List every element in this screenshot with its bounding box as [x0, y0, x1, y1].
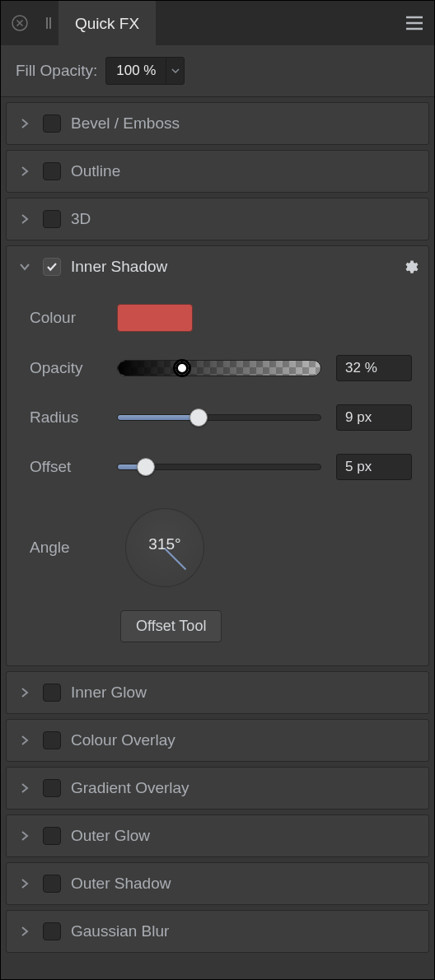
section-header[interactable]: Bevel / Emboss — [7, 103, 428, 144]
fill-opacity-label: Fill Opacity: — [16, 62, 97, 80]
checkbox[interactable] — [43, 684, 61, 702]
section-header[interactable]: Inner Shadow — [7, 246, 428, 287]
chevron-right-icon[interactable] — [16, 875, 33, 892]
chevron-right-icon[interactable] — [16, 828, 33, 844]
chevron-right-icon[interactable] — [16, 115, 33, 132]
chevron-right-icon[interactable] — [16, 211, 33, 227]
section-outer-shadow: Outer Shadow — [6, 862, 429, 905]
checkbox[interactable] — [43, 827, 61, 845]
chevron-right-icon[interactable] — [16, 684, 33, 701]
tab-label: Quick FX — [75, 15, 139, 33]
opacity-value[interactable]: 32 % — [336, 355, 412, 381]
section-header[interactable]: Inner Glow — [7, 672, 428, 713]
section-title: Outline — [71, 162, 120, 180]
colour-label: Colour — [30, 309, 102, 327]
section-inner-shadow: Inner Shadow Colour Opacity 3 — [6, 245, 429, 666]
radius-value[interactable]: 9 px — [336, 404, 412, 431]
checkbox[interactable] — [43, 922, 61, 940]
checkbox[interactable] — [43, 875, 61, 893]
checkbox[interactable] — [43, 114, 61, 133]
section-header[interactable]: Colour Overlay — [7, 720, 428, 761]
section-header[interactable]: 3D — [7, 198, 428, 240]
offset-row: Offset 5 px — [30, 454, 412, 480]
chevron-right-icon[interactable] — [16, 163, 33, 180]
offset-slider[interactable] — [117, 456, 321, 478]
panel-menu-icon[interactable] — [395, 1, 434, 45]
fill-opacity-value[interactable]: 100 % — [106, 58, 166, 84]
angle-label: Angle — [30, 539, 102, 557]
offset-value[interactable]: 5 px — [336, 454, 412, 480]
colour-row: Colour — [30, 304, 412, 332]
chevron-right-icon[interactable] — [16, 780, 33, 796]
chevron-down-icon[interactable] — [166, 58, 184, 84]
close-icon[interactable] — [1, 1, 39, 45]
radius-slider[interactable] — [117, 407, 321, 428]
section-inner-glow: Inner Glow — [6, 671, 429, 714]
opacity-label: Opacity — [30, 359, 102, 377]
section-header[interactable]: Outer Shadow — [7, 863, 428, 904]
section-3d: 3D — [6, 198, 429, 240]
quick-fx-panel: Quick FX Fill Opacity: 100 % Bevel / Emb… — [0, 0, 435, 980]
opacity-slider[interactable] — [117, 357, 321, 379]
section-bevel-emboss: Bevel / Emboss — [6, 102, 429, 145]
tab-quick-fx[interactable]: Quick FX — [58, 1, 156, 45]
section-header[interactable]: Gradient Overlay — [7, 768, 428, 809]
section-title: Colour Overlay — [71, 731, 175, 749]
checkbox[interactable] — [43, 210, 61, 228]
offset-label: Offset — [30, 458, 102, 476]
angle-value: 315° — [148, 535, 180, 553]
section-gaussian-blur: Gaussian Blur — [6, 910, 429, 953]
section-title: Inner Glow — [71, 684, 147, 702]
checkbox[interactable] — [43, 258, 61, 276]
inner-shadow-controls: Colour Opacity 32 % Radius — [7, 287, 428, 665]
effects-list: Bevel / Emboss Outline 3D Inner Shadow — [1, 97, 434, 979]
gear-icon[interactable] — [402, 259, 419, 275]
chevron-down-icon[interactable] — [16, 259, 33, 275]
section-gradient-overlay: Gradient Overlay — [6, 767, 429, 810]
section-title: Bevel / Emboss — [71, 114, 180, 133]
colour-swatch[interactable] — [117, 304, 193, 332]
opacity-row: Opacity 32 % — [30, 355, 412, 381]
radius-label: Radius — [30, 408, 102, 427]
offset-tool-button[interactable]: Offset Tool — [120, 610, 222, 642]
angle-dial[interactable]: 315° — [125, 508, 204, 587]
section-outer-glow: Outer Glow — [6, 814, 429, 857]
section-title: Gaussian Blur — [71, 922, 169, 940]
chevron-right-icon[interactable] — [16, 732, 33, 749]
section-title: 3D — [71, 210, 91, 228]
section-header[interactable]: Gaussian Blur — [7, 911, 428, 952]
section-title: Inner Shadow — [71, 258, 167, 276]
section-header[interactable]: Outline — [7, 151, 428, 192]
checkbox[interactable] — [43, 779, 61, 797]
checkbox[interactable] — [43, 162, 61, 180]
dock-handle-icon[interactable] — [39, 1, 58, 45]
fill-opacity-row: Fill Opacity: 100 % — [1, 45, 434, 97]
section-title: Outer Glow — [71, 827, 150, 845]
section-title: Outer Shadow — [71, 875, 171, 893]
titlebar: Quick FX — [1, 1, 434, 45]
section-title: Gradient Overlay — [71, 779, 189, 797]
checkbox[interactable] — [43, 731, 61, 749]
fill-opacity-input[interactable]: 100 % — [105, 57, 185, 85]
section-outline: Outline — [6, 150, 429, 193]
section-header[interactable]: Outer Glow — [7, 815, 428, 856]
angle-row: Angle 315° — [30, 508, 412, 587]
chevron-right-icon[interactable] — [16, 923, 33, 940]
radius-row: Radius 9 px — [30, 404, 412, 431]
section-colour-overlay: Colour Overlay — [6, 719, 429, 762]
